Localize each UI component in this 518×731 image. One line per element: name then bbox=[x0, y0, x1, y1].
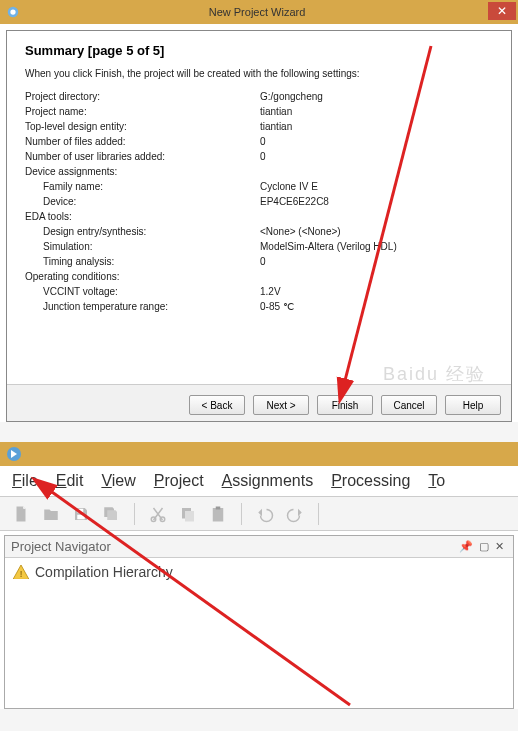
svg-rect-10 bbox=[213, 508, 224, 522]
summary-row: Number of user libraries added:0 bbox=[25, 149, 493, 164]
summary-value: Cyclone IV E bbox=[260, 181, 493, 192]
ide-titlebar bbox=[0, 442, 518, 466]
summary-row: VCCINT voltage:1.2V bbox=[25, 284, 493, 299]
summary-row: Simulation:ModelSim-Altera (Verilog HDL) bbox=[25, 239, 493, 254]
panel-body: ! Compilation Hierarchy bbox=[5, 558, 513, 708]
page-intro: When you click Finish, the project will … bbox=[25, 68, 493, 79]
open-icon[interactable] bbox=[38, 501, 64, 527]
summary-row: Device assignments: bbox=[25, 164, 493, 179]
summary-label: Project directory: bbox=[25, 91, 260, 102]
summary-value: <None> (<None>) bbox=[260, 226, 493, 237]
toolbar bbox=[0, 497, 518, 531]
svg-rect-4 bbox=[77, 508, 83, 512]
summary-row: Junction temperature range:0-85 ℃ bbox=[25, 299, 493, 314]
summary-row: Family name:Cyclone IV E bbox=[25, 179, 493, 194]
svg-rect-5 bbox=[77, 514, 85, 519]
summary-label: Device: bbox=[25, 196, 260, 207]
summary-row: Project directory:G:/gongcheng bbox=[25, 89, 493, 104]
summary-value: tiantian bbox=[260, 106, 493, 117]
summary-label: Top-level design entity: bbox=[25, 121, 260, 132]
next-button[interactable]: Next > bbox=[253, 395, 309, 415]
cut-icon[interactable] bbox=[145, 501, 171, 527]
dialog-buttons: < Back Next > Finish Cancel Help bbox=[7, 384, 511, 421]
summary-row: Design entry/synthesis:<None> (<None>) bbox=[25, 224, 493, 239]
save-all-icon[interactable] bbox=[98, 501, 124, 527]
panel-pin-icon[interactable]: 📌 bbox=[456, 540, 476, 553]
menu-edit[interactable]: Edit bbox=[56, 472, 84, 490]
summary-label: Timing analysis: bbox=[25, 256, 260, 267]
summary-row: EDA tools: bbox=[25, 209, 493, 224]
menu-file[interactable]: File bbox=[12, 472, 38, 490]
menu-assignments[interactable]: Assignments bbox=[222, 472, 314, 490]
summary-value: 1.2V bbox=[260, 286, 493, 297]
dialog-body: Summary [page 5 of 5] When you click Fin… bbox=[6, 30, 512, 422]
page-title: Summary [page 5 of 5] bbox=[25, 43, 493, 58]
svg-rect-11 bbox=[216, 506, 221, 509]
summary-label: Number of user libraries added: bbox=[25, 151, 260, 162]
svg-rect-9 bbox=[185, 511, 194, 522]
menu-view[interactable]: View bbox=[101, 472, 135, 490]
summary-row: Operating conditions: bbox=[25, 269, 493, 284]
summary-value: EP4CE6E22C8 bbox=[260, 196, 493, 207]
panel-title: Project Navigator bbox=[11, 539, 456, 554]
titlebar: New Project Wizard ✕ bbox=[0, 0, 518, 24]
summary-label: Device assignments: bbox=[25, 166, 260, 177]
cancel-button[interactable]: Cancel bbox=[381, 395, 437, 415]
summary-label: Number of files added: bbox=[25, 136, 260, 147]
menu-project[interactable]: Project bbox=[154, 472, 204, 490]
warning-icon: ! bbox=[13, 565, 29, 579]
close-button[interactable]: ✕ bbox=[488, 2, 516, 20]
svg-point-1 bbox=[10, 9, 15, 14]
panel-close-icon[interactable]: ✕ bbox=[492, 540, 507, 553]
svg-text:!: ! bbox=[20, 568, 23, 579]
summary-value: 0 bbox=[260, 136, 493, 147]
summary-label: VCCINT voltage: bbox=[25, 286, 260, 297]
summary-row: Device:EP4CE6E22C8 bbox=[25, 194, 493, 209]
summary-label: Design entry/synthesis: bbox=[25, 226, 260, 237]
paste-icon[interactable] bbox=[205, 501, 231, 527]
summary-row: Number of files added:0 bbox=[25, 134, 493, 149]
summary-label: EDA tools: bbox=[25, 211, 260, 222]
undo-icon[interactable] bbox=[252, 501, 278, 527]
menu-to[interactable]: To bbox=[428, 472, 445, 490]
summary-value: 0 bbox=[260, 256, 493, 267]
summary-label: Simulation: bbox=[25, 241, 260, 252]
wizard-dialog: New Project Wizard ✕ Summary [page 5 of … bbox=[0, 0, 518, 422]
summary-value: G:/gongcheng bbox=[260, 91, 493, 102]
menu-processing[interactable]: Processing bbox=[331, 472, 410, 490]
help-button[interactable]: Help bbox=[445, 395, 501, 415]
panel-max-icon[interactable]: ▢ bbox=[476, 540, 492, 553]
redo-icon[interactable] bbox=[282, 501, 308, 527]
new-file-icon[interactable] bbox=[8, 501, 34, 527]
summary-row: Top-level design entity:tiantian bbox=[25, 119, 493, 134]
summary-value: ModelSim-Altera (Verilog HDL) bbox=[260, 241, 493, 252]
app-icon bbox=[6, 5, 20, 19]
summary-table: Project directory:G:/gongchengProject na… bbox=[25, 89, 493, 314]
copy-icon[interactable] bbox=[175, 501, 201, 527]
window-title: New Project Wizard bbox=[26, 6, 488, 18]
save-icon[interactable] bbox=[68, 501, 94, 527]
tree-item-label: Compilation Hierarchy bbox=[35, 564, 173, 580]
summary-value: tiantian bbox=[260, 121, 493, 132]
quartus-icon bbox=[6, 446, 22, 462]
summary-value: 0 bbox=[260, 151, 493, 162]
tree-item-compilation[interactable]: ! Compilation Hierarchy bbox=[13, 564, 505, 580]
back-button[interactable]: < Back bbox=[189, 395, 245, 415]
summary-label: Operating conditions: bbox=[25, 271, 260, 282]
project-navigator-panel: Project Navigator 📌 ▢ ✕ ! Compilation Hi… bbox=[4, 535, 514, 709]
menubar: FileEditViewProjectAssignmentsProcessing… bbox=[0, 466, 518, 497]
watermark: Baidu 经验 bbox=[383, 362, 486, 386]
summary-label: Project name: bbox=[25, 106, 260, 117]
summary-label: Family name: bbox=[25, 181, 260, 192]
finish-button[interactable]: Finish bbox=[317, 395, 373, 415]
summary-row: Timing analysis:0 bbox=[25, 254, 493, 269]
panel-header: Project Navigator 📌 ▢ ✕ bbox=[5, 536, 513, 558]
ide-window: FileEditViewProjectAssignmentsProcessing… bbox=[0, 442, 518, 709]
summary-value: 0-85 ℃ bbox=[260, 301, 493, 312]
summary-label: Junction temperature range: bbox=[25, 301, 260, 312]
summary-row: Project name:tiantian bbox=[25, 104, 493, 119]
